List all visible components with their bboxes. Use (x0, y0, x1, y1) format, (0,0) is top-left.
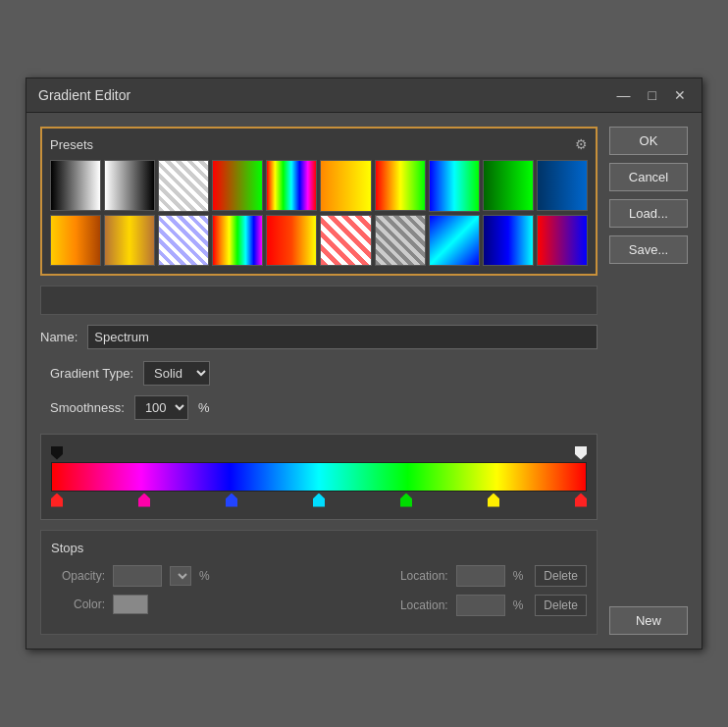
dialog-body: Presets ⚙ (26, 113, 702, 648)
preset-item[interactable] (50, 215, 101, 266)
close-button[interactable]: ✕ (670, 86, 690, 104)
title-bar: Gradient Editor — □ ✕ (26, 78, 702, 113)
cancel-button[interactable]: Cancel (609, 163, 688, 191)
preview-area (40, 286, 598, 315)
color-stops-row (51, 493, 587, 507)
opacity-stops-row (51, 446, 587, 460)
minimize-button[interactable]: — (613, 86, 635, 104)
preset-item[interactable] (375, 215, 426, 266)
name-row: Name: (40, 325, 598, 349)
stops-right: Location: % Delete Location: % Delete (323, 565, 587, 624)
presets-header: Presets ⚙ (50, 136, 588, 152)
preset-item[interactable] (158, 215, 209, 266)
stops-title: Stops (51, 541, 587, 555)
preset-item[interactable] (429, 160, 480, 211)
preset-item[interactable] (212, 215, 263, 266)
preset-item[interactable] (50, 160, 101, 211)
gradient-type-label: Gradient Type: (50, 366, 133, 381)
location-row-1: Location: % Delete (323, 565, 587, 587)
gradient-editor-area (40, 434, 598, 520)
load-button[interactable]: Load... (609, 199, 688, 228)
preset-item[interactable] (429, 215, 480, 266)
gradient-editor-dialog: Gradient Editor — □ ✕ Presets ⚙ (26, 78, 702, 649)
location-pct-1: % (513, 569, 524, 583)
smoothness-unit: % (198, 400, 210, 415)
delete-button-1[interactable]: Delete (535, 565, 587, 587)
color-row: Color: (51, 595, 315, 614)
presets-container: Presets ⚙ (40, 127, 598, 275)
preset-item[interactable] (320, 160, 371, 211)
gradient-type-row: Gradient Type: Solid Noise (40, 361, 598, 386)
delete-button-2[interactable]: Delete (535, 595, 587, 616)
color-stop-green[interactable] (400, 493, 412, 507)
title-controls: — □ ✕ (613, 86, 690, 104)
preset-item[interactable] (212, 160, 263, 211)
location-input-2[interactable] (456, 595, 505, 616)
opacity-stop-left[interactable] (51, 446, 63, 460)
stops-inner: Opacity: % Color: Location: (51, 565, 587, 624)
location-row-2: Location: % Delete (323, 595, 587, 616)
maximize-button[interactable]: □ (645, 86, 660, 104)
new-button[interactable]: New (609, 606, 688, 635)
ok-button[interactable]: OK (609, 127, 688, 155)
name-input[interactable] (87, 325, 598, 349)
stops-left: Opacity: % Color: (51, 565, 315, 624)
preset-item[interactable] (266, 160, 317, 211)
location-label-2: Location: (400, 598, 448, 612)
color-stop-red2[interactable] (575, 493, 587, 507)
preset-item[interactable] (320, 215, 371, 266)
preset-item[interactable] (537, 215, 588, 266)
gear-icon[interactable]: ⚙ (575, 136, 588, 152)
smoothness-label: Smoothness: (50, 400, 125, 415)
title-bar-left: Gradient Editor (38, 87, 130, 103)
name-label: Name: (40, 330, 78, 344)
preset-item[interactable] (375, 160, 426, 211)
left-panel: Presets ⚙ (40, 127, 598, 634)
preset-item[interactable] (266, 215, 317, 266)
presets-grid (50, 160, 588, 265)
opacity-stop-right[interactable] (575, 446, 587, 460)
smoothness-select[interactable]: 100 75 50 25 0 (134, 395, 188, 420)
stops-section: Stops Opacity: % Color: (40, 530, 598, 635)
preset-item[interactable] (104, 160, 155, 211)
color-stop-red[interactable] (51, 493, 63, 507)
opacity-row: Opacity: % (51, 565, 315, 587)
color-swatch[interactable] (113, 595, 148, 614)
location-label-1: Location: (400, 569, 448, 583)
preset-item[interactable] (483, 215, 534, 266)
right-panel: OK Cancel Load... Save... New (609, 127, 688, 634)
preset-item[interactable] (537, 160, 588, 211)
gradient-bar[interactable] (51, 462, 587, 492)
save-button[interactable]: Save... (609, 235, 688, 264)
opacity-pct: % (199, 569, 210, 583)
preset-item[interactable] (483, 160, 534, 211)
smoothness-row: Smoothness: 100 75 50 25 0 % (40, 395, 598, 420)
dialog-title: Gradient Editor (38, 87, 130, 103)
color-stop-magenta[interactable] (138, 493, 150, 507)
color-stop-cyan[interactable] (313, 493, 325, 507)
color-stop-blue[interactable] (226, 493, 237, 507)
opacity-label: Opacity: (51, 569, 105, 583)
location-pct-2: % (513, 598, 524, 612)
preset-item[interactable] (158, 160, 209, 211)
location-input-1[interactable] (456, 565, 505, 587)
preset-item[interactable] (104, 215, 155, 266)
color-stop-yellow[interactable] (488, 493, 499, 507)
gradient-type-select[interactable]: Solid Noise (143, 361, 210, 386)
presets-label: Presets (50, 137, 93, 152)
opacity-dropdown[interactable] (170, 566, 191, 586)
color-label: Color: (51, 597, 105, 611)
opacity-input[interactable] (113, 565, 162, 587)
